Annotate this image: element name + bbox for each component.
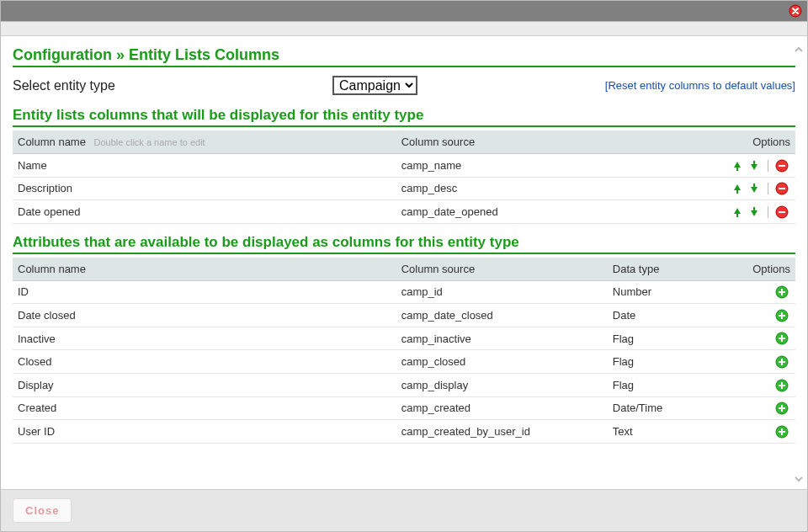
svg-rect-2 [753, 161, 755, 165]
cell-options [733, 420, 795, 444]
move-up-icon[interactable] [731, 205, 744, 219]
cell-type: Flag [608, 373, 733, 396]
cell-type: Number [608, 280, 733, 304]
cell-source: camp_closed [396, 350, 608, 374]
table-row: Inactivecamp_inactiveFlag [13, 327, 795, 350]
svg-rect-15 [781, 289, 783, 295]
svg-rect-27 [781, 382, 783, 389]
cell-name[interactable]: Date opened [13, 200, 396, 224]
svg-rect-12 [779, 211, 785, 213]
add-icon[interactable] [775, 355, 789, 369]
cell-name: Display [13, 373, 396, 396]
table-row: Displaycamp_displayFlag [13, 373, 795, 396]
content-area: Configuration » Entity Lists Columns Sel… [1, 36, 807, 489]
move-down-icon[interactable] [747, 182, 761, 195]
dialog-window: Configuration » Entity Lists Columns Sel… [0, 0, 808, 532]
cell-options [733, 373, 795, 396]
add-icon[interactable] [775, 402, 789, 415]
cell-name: Created [13, 396, 396, 420]
svg-rect-8 [779, 188, 785, 189]
cell-name: Closed [13, 350, 396, 374]
cell-type: Date/Time [608, 396, 733, 420]
scroll-down-icon[interactable] [794, 474, 804, 484]
svg-rect-1 [736, 167, 738, 171]
cell-source: camp_created [396, 396, 608, 420]
cell-options [733, 304, 795, 327]
move-up-icon[interactable] [731, 182, 744, 195]
table-row: Date openedcamp_date_opened [13, 200, 795, 224]
scroll-up-icon[interactable] [794, 45, 804, 55]
table-row: Descriptioncamp_desc [13, 177, 795, 200]
col-header-options: Options [733, 258, 795, 281]
footer-bar: Close [1, 489, 807, 531]
svg-rect-24 [781, 359, 783, 365]
add-icon[interactable] [775, 379, 789, 392]
add-icon[interactable] [775, 309, 789, 322]
cell-type: Text [608, 420, 733, 444]
col-header-hint: Double click a name to edit [94, 137, 205, 147]
add-icon[interactable] [775, 425, 789, 439]
reset-columns-link[interactable]: [Reset entity columns to default values] [605, 79, 795, 92]
cell-source: camp_id [396, 280, 608, 304]
available-columns-table: Column name Column source Data type Opti… [13, 258, 795, 444]
cell-name: Inactive [13, 327, 396, 350]
cell-options [694, 154, 795, 178]
table-row: IDcamp_idNumber [13, 280, 795, 304]
available-columns-heading: Attributes that are available to be disp… [13, 234, 795, 254]
col-header-name-text: Column name [18, 136, 86, 148]
col-header-name: Column name Double click a name to edit [13, 130, 396, 154]
displayed-columns-table: Column name Double click a name to edit … [13, 130, 795, 224]
cell-source: camp_inactive [396, 327, 608, 350]
cell-source: camp_date_closed [396, 304, 608, 327]
svg-rect-10 [753, 207, 755, 211]
entity-type-label: Select entity type [13, 78, 332, 93]
svg-rect-18 [781, 312, 783, 319]
svg-rect-5 [736, 189, 738, 194]
cell-name: Date closed [13, 304, 396, 327]
col-header-name: Column name [13, 258, 396, 281]
svg-rect-4 [779, 165, 785, 167]
svg-rect-21 [781, 335, 783, 342]
col-header-source: Column source [396, 258, 608, 281]
add-icon[interactable] [775, 285, 789, 299]
add-icon[interactable] [775, 332, 789, 345]
remove-icon[interactable] [775, 182, 789, 195]
separator [768, 183, 768, 194]
move-down-icon[interactable] [747, 159, 761, 173]
col-header-options: Options [694, 130, 795, 154]
move-up-icon[interactable] [731, 159, 744, 173]
cell-name: User ID [13, 420, 396, 444]
window-close-icon[interactable] [789, 4, 802, 18]
svg-rect-9 [736, 213, 738, 217]
table-row: Namecamp_name [13, 154, 795, 178]
page-title: Configuration » Entity Lists Columns [13, 46, 795, 67]
cell-options [733, 327, 795, 350]
remove-icon[interactable] [775, 205, 789, 219]
table-row: Closedcamp_closedFlag [13, 350, 795, 374]
cell-type: Flag [608, 350, 733, 374]
entity-type-row: Select entity type Campaign [Reset entit… [13, 71, 795, 104]
svg-rect-33 [781, 428, 783, 435]
cell-name: ID [13, 280, 396, 304]
separator [768, 206, 768, 218]
separator [768, 160, 768, 172]
cell-source: camp_created_by_user_id [396, 420, 608, 444]
cell-name[interactable]: Name [13, 154, 396, 178]
cell-source: camp_name [396, 154, 694, 178]
cell-name[interactable]: Description [13, 177, 396, 200]
cell-source: camp_display [396, 373, 608, 396]
entity-type-select[interactable]: Campaign [332, 76, 417, 95]
table-row: Date closedcamp_date_closedDate [13, 304, 795, 327]
cell-options [733, 280, 795, 304]
cell-type: Date [608, 304, 733, 327]
title-bar [1, 1, 807, 21]
cell-options [733, 350, 795, 374]
cell-source: camp_date_opened [396, 200, 694, 224]
close-button[interactable]: Close [13, 498, 72, 523]
cell-options [694, 200, 795, 224]
move-down-icon[interactable] [747, 205, 761, 219]
displayed-columns-heading: Entity lists columns that will be displa… [13, 107, 795, 127]
cell-type: Flag [608, 327, 733, 350]
remove-icon[interactable] [775, 159, 789, 173]
header-strip [1, 21, 807, 36]
